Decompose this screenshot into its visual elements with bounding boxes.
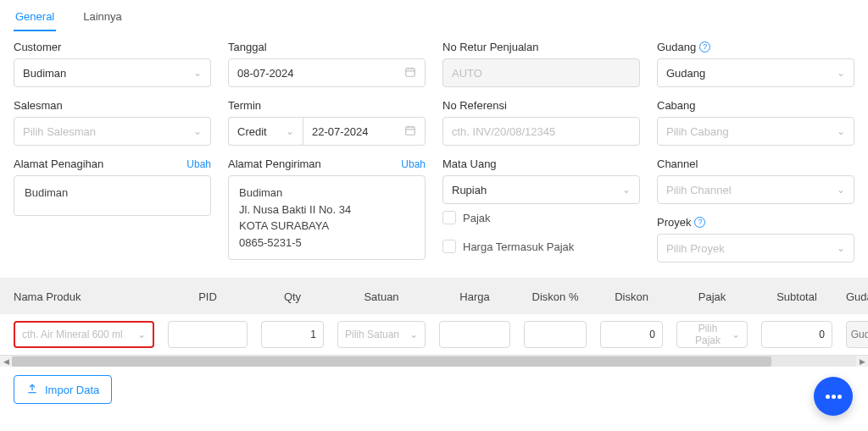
termin-date-value: 22-07-2024 [312,125,369,138]
scroll-thumb[interactable] [12,356,771,367]
termin-select[interactable]: Credit ⌄ [228,117,303,146]
label-gudang: Gudang [657,41,696,53]
chat-icon [826,395,842,399]
tab-general[interactable]: General [14,5,56,31]
th-pajak: Pajak [670,290,754,303]
th-satuan: Satuan [331,290,432,303]
gudang-select[interactable]: Gudang ⌄ [657,58,854,87]
shipping-address-box[interactable]: Budiman Jl. Nusa Bakti II No. 34 KOTA SU… [228,175,426,260]
impor-label: Impor Data [45,384,99,396]
mata-uang-value: Rupiah [452,184,487,196]
help-icon[interactable]: ? [699,41,710,52]
proyek-placeholder: Pilih Proyek [666,242,725,255]
row-gudang-value: Gudang [851,329,868,340]
chevron-down-icon: ⌄ [622,184,631,196]
field-alamat-penagihan: Alamat Penagihan Ubah Budiman [14,157,211,262]
salesman-select[interactable]: Pilih Salesman ⌄ [14,117,211,146]
qty-input[interactable]: 1 [261,321,324,348]
customer-select[interactable]: Budiman ⌄ [14,58,211,87]
field-customer: Customer Budiman ⌄ [14,41,211,87]
tabs: General Lainnya [0,0,868,32]
ship-name: Budiman [239,185,415,202]
th-harga: Harga [432,290,517,303]
produk-select[interactable]: cth. Air Mineral 600 ml ⌄ [14,321,154,348]
th-qty: Qty [254,290,331,303]
harga-termasuk-checkbox-row[interactable]: Harga Termasuk Pajak [442,240,640,253]
no-ref-input[interactable]: cth. INV/20/08/12345 [442,117,640,146]
th-diskonp: Diskon % [517,290,593,303]
ubah-penagihan-link[interactable]: Ubah [186,158,211,170]
mata-uang-select[interactable]: Rupiah ⌄ [442,175,640,204]
label-customer: Customer [14,41,61,53]
calendar-icon [404,124,416,139]
th-subtotal: Subtotal [754,290,839,303]
scroll-track[interactable] [12,356,856,367]
label-alamat-pengiriman: Alamat Pengiriman [228,157,321,170]
chevron-down-icon: ⌄ [193,67,202,79]
field-gudang: Gudang ? Gudang ⌄ [657,41,854,87]
ship-phone: 0865-5231-5 [239,235,415,251]
label-alamat-penagihan: Alamat Penagihan [14,157,103,170]
subtotal-input[interactable]: 0 [761,321,832,348]
ubah-pengiriman-link[interactable]: Ubah [401,158,426,170]
scroll-right-icon[interactable]: ▶ [856,356,868,367]
pajak-checkbox-row[interactable]: Pajak [442,211,640,224]
field-no-ref: No Referensi cth. INV/20/08/12345 [442,99,640,146]
chevron-down-icon: ⌄ [137,329,146,340]
horizontal-scrollbar[interactable]: ◀ ▶ [0,355,868,367]
field-channel-proyek: Channel Pilih Channel ⌄ Proyek ? Pilih P… [657,157,854,262]
chevron-down-icon: ⌄ [409,329,418,340]
label-cabang: Cabang [657,99,696,112]
footer: Impor Data [0,367,868,412]
pajak-select[interactable]: Pilih Pajak ⌄ [676,321,748,348]
label-salesman: Salesman [14,99,63,112]
tab-lainnya[interactable]: Lainnya [81,5,124,31]
row-gudang-cell: Gudang [846,321,868,348]
salesman-placeholder: Pilih Salesman [23,125,96,138]
harga-input[interactable] [439,321,510,348]
termin-date-input[interactable]: 22-07-2024 [303,117,426,146]
cabang-select[interactable]: Pilih Cabang ⌄ [657,117,854,146]
calendar-icon [404,66,416,80]
field-mata-uang-group: Mata Uang Rupiah ⌄ Pajak Harga Termasuk … [442,157,640,262]
chevron-down-icon: ⌄ [837,125,845,137]
subtotal-value: 0 [819,329,825,340]
ship-street: Jl. Nusa Bakti II No. 34 [239,202,415,218]
tanggal-input[interactable]: 08-07-2024 [228,58,426,87]
no-ref-placeholder: cth. INV/20/08/12345 [452,125,555,138]
line-items-table: Nama Produk PID Qty Satuan Harga Diskon … [0,278,868,367]
chevron-down-icon: ⌄ [732,329,740,340]
channel-placeholder: Pilih Channel [666,184,732,196]
chevron-down-icon: ⌄ [286,125,294,137]
label-mata-uang: Mata Uang [442,157,497,170]
diskonp-input[interactable] [524,321,587,348]
qty-value: 1 [310,329,316,340]
diskon-value: 0 [649,329,655,340]
th-gudang: Guda [839,290,868,303]
pajak-checkbox[interactable] [442,211,456,224]
billing-address-box[interactable]: Budiman [14,175,211,216]
th-pid: PID [161,290,254,303]
label-channel: Channel [657,157,698,170]
pajak-label: Pajak [463,212,491,224]
channel-select[interactable]: Pilih Channel ⌄ [657,175,854,204]
scroll-left-icon[interactable]: ◀ [0,356,12,367]
diskon-input[interactable]: 0 [600,321,663,348]
satuan-select[interactable]: Pilih Satuan ⌄ [337,321,426,348]
customer-value: Budiman [23,67,66,80]
label-tanggal: Tanggal [228,41,267,53]
harga-termasuk-checkbox[interactable] [442,240,456,253]
pid-input[interactable] [168,321,248,348]
impor-data-button[interactable]: Impor Data [14,375,112,404]
cabang-placeholder: Pilih Cabang [666,125,729,138]
svg-rect-0 [406,68,415,75]
proyek-select[interactable]: Pilih Proyek ⌄ [657,234,854,262]
table-header: Nama Produk PID Qty Satuan Harga Diskon … [0,279,868,314]
field-cabang: Cabang Pilih Cabang ⌄ [657,99,854,146]
gudang-value: Gudang [666,67,705,80]
help-icon[interactable]: ? [694,217,705,228]
label-no-ref: No Referensi [442,99,507,112]
upload-icon [26,383,38,397]
chat-fab[interactable] [814,377,853,416]
harga-termasuk-label: Harga Termasuk Pajak [463,240,574,253]
